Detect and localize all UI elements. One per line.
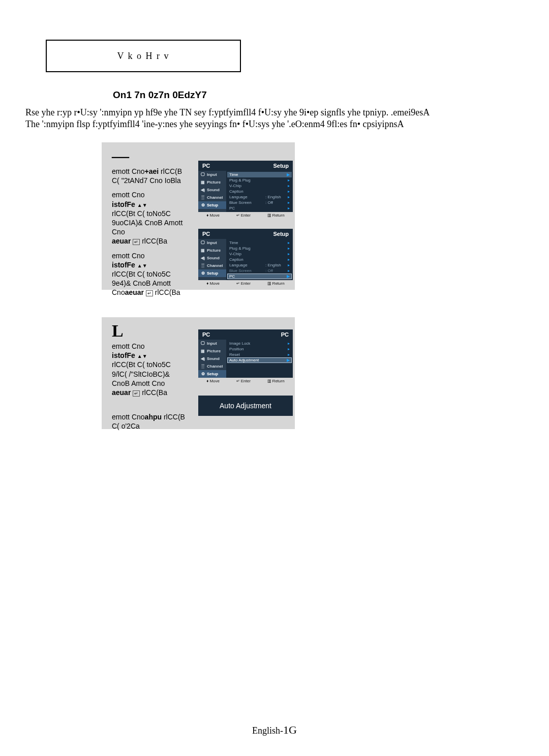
input-icon: 🖵 [200, 240, 205, 245]
sidebar-label: Input [207, 341, 217, 346]
sidebar-label: Picture [207, 180, 221, 185]
osd-row[interactable]: Image Lock▸ [227, 341, 292, 346]
osd-row[interactable]: PC▸ [227, 205, 292, 211]
enter-hint: ↵ Enter [236, 281, 251, 286]
sidebar-item-input[interactable]: 🖵Input [198, 239, 226, 247]
osd-sidebar: 🖵Input ▦Picture ◀)Sound ▒Channel ⚙Setup [198, 239, 226, 280]
channel-icon: ▒ [200, 263, 205, 268]
sidebar-item-sound[interactable]: ◀)Sound [198, 254, 226, 262]
sound-icon: ◀) [200, 356, 205, 361]
picture-icon: ▦ [200, 180, 205, 185]
down-icon [142, 261, 147, 269]
auto-adjustment-banner: Auto Adjustment [198, 396, 293, 416]
sidebar-label: Setup [207, 372, 218, 376]
text-bold: istofFe [112, 200, 137, 208]
body-text: Rse yhe r:yp r•U:sy ':nmyipn yp hf9e yhe… [25, 107, 442, 131]
section-title: On1 7n 0z7n 0EdzY7 [113, 89, 207, 101]
osd-tv-label: PC [202, 331, 210, 338]
sidebar-item-picture[interactable]: ▦Picture [198, 247, 226, 254]
up-icon [137, 200, 142, 208]
osd-sidebar: 🖵Input ▦Picture ◀)Sound ▒Channel ⚙Setup [198, 171, 226, 212]
setup-icon: ⚙ [200, 203, 205, 207]
osd-pc: PC PC 🖵Input ▦Picture ◀)Sound ▒Channel ⚙… [198, 329, 293, 384]
notes-box: V k o H r v [46, 40, 241, 72]
down-icon [142, 200, 147, 208]
osd-title: Setup [273, 163, 289, 169]
osd-row[interactable]: Reset▸ [227, 352, 292, 357]
text: emott Cno [112, 190, 191, 199]
page-footer: English-1G [0, 723, 549, 737]
sidebar-item-picture[interactable]: ▦Picture [198, 347, 226, 355]
text: Cno [112, 288, 125, 296]
osd-row[interactable]: Plug & Plug▸ [227, 177, 292, 183]
notes-label: V k o H r v [117, 51, 169, 62]
osd-row[interactable]: Language: English▸ [227, 194, 292, 200]
sidebar-item-channel[interactable]: ▒Channel [198, 262, 226, 269]
sound-icon: ◀) [200, 188, 205, 192]
osd-list: Time▸ Plug & Plug▸ V-Chip▸ Caption▸ Lang… [226, 239, 293, 280]
osd-row-auto-adjustment[interactable]: Auto Adjustment▶ [227, 357, 292, 363]
sidebar-label: Picture [207, 248, 221, 253]
osd-row[interactable]: V-Chip▸ [227, 251, 292, 257]
sidebar-item-channel[interactable]: ▒Channel [198, 194, 226, 201]
channel-icon: ▒ [200, 364, 205, 369]
footer-page-number: 1G [283, 723, 297, 736]
sidebar-item-setup[interactable]: ⚙Setup [198, 269, 226, 277]
step-1-instructions: emott Cno+aei rlCC(B C( "2tANd7 Cno IoBl… [102, 167, 191, 297]
sidebar-item-sound[interactable]: ◀)Sound [198, 355, 226, 362]
down-icon [142, 351, 147, 359]
osd-row[interactable]: Plug & Plug▸ [227, 246, 292, 251]
osd-row[interactable]: Position▸ [227, 346, 292, 352]
text-bold: aeuar [112, 237, 133, 245]
osd-row[interactable]: Blue Screen: Off▸ [227, 268, 292, 274]
osd-setup-2: PC Setup 🖵Input ▦Picture ◀)Sound ▒Channe… [198, 229, 293, 287]
channel-icon: ▒ [200, 195, 205, 200]
return-hint: ▥ Return [267, 213, 285, 218]
sidebar-item-input[interactable]: 🖵Input [198, 340, 226, 347]
setup-icon: ⚙ [200, 271, 205, 276]
text-bold: +aei [145, 167, 159, 175]
sidebar-item-channel[interactable]: ▒Channel [198, 362, 226, 370]
text-bold: aeuar [125, 288, 146, 296]
sidebar-item-setup[interactable]: ⚙Setup [198, 201, 226, 209]
enter-hint: ↵ Enter [236, 213, 251, 218]
text: emott Cno [112, 251, 191, 260]
osd-footer: ♦ Move ↵ Enter ▥ Return [198, 212, 293, 219]
osd-row[interactable]: Language: English▸ [227, 262, 292, 268]
enter-icon [133, 388, 140, 397]
text-bold: ahpu [145, 413, 162, 421]
osd-title: Setup [273, 231, 289, 237]
step-2-instructions: emott Cno istofFe rlCC(Bt C( toNo5C 9/lC… [102, 342, 191, 431]
input-icon: 🖵 [200, 172, 205, 177]
osd-row-pc[interactable]: PC▶ [227, 274, 292, 279]
sidebar-label: Setup [207, 203, 218, 207]
sidebar-item-sound[interactable]: ◀)Sound [198, 186, 226, 194]
text: 9e4)& CnoB Amott [112, 279, 191, 288]
osd-row[interactable]: Caption▸ [227, 189, 292, 194]
banner-text: Auto Adjustment [220, 402, 271, 410]
text: rlCC(Ba [140, 237, 167, 245]
sidebar-label: Setup [207, 271, 218, 276]
up-icon [137, 261, 142, 269]
text: emott Cno [112, 413, 145, 421]
osd-row[interactable]: Caption▸ [227, 257, 292, 262]
text: CnoB Amott Cno [112, 379, 191, 388]
enter-icon [133, 237, 140, 245]
sidebar-item-picture[interactable]: ▦Picture [198, 178, 226, 186]
sidebar-label: Sound [207, 256, 220, 260]
sidebar-label: Input [207, 240, 217, 245]
osd-row[interactable]: Time▸ [227, 240, 292, 246]
text: rlCC(Ba [153, 288, 180, 296]
osd-row[interactable]: V-Chip▸ [227, 183, 292, 189]
sidebar-label: Channel [207, 195, 223, 200]
sidebar-item-input[interactable]: 🖵Input [198, 171, 226, 178]
osd-row[interactable]: Blue Screen: Off▸ [227, 200, 292, 205]
return-hint: ▥ Return [267, 379, 285, 383]
text: rlCC(Ba [140, 388, 167, 397]
text: rlCC(Bt C( toNo5C [112, 269, 191, 279]
osd-row-time[interactable]: Time▶ [227, 172, 292, 177]
osd-list: Image Lock▸ Position▸ Reset▸ Auto Adjust… [226, 340, 293, 378]
sidebar-item-setup[interactable]: ⚙Setup [198, 370, 226, 378]
text: 9uoCIA)& CnoB Amott Cno [112, 218, 191, 236]
text: rlCC(Bt C( toNo5C [112, 209, 191, 218]
